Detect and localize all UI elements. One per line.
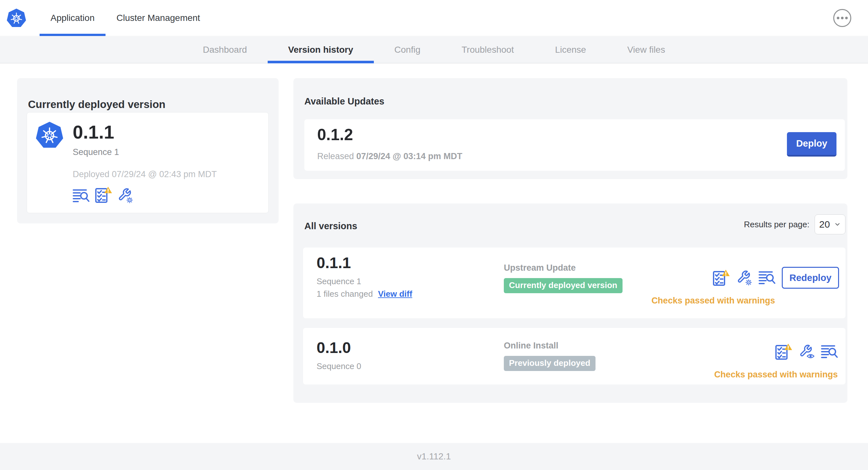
current-version-meta: 0.1.1 Sequence 1 Deployed 07/29/24 @ 02:…: [73, 121, 217, 213]
subtab-view-files-label: View files: [627, 45, 665, 55]
tab-application[interactable]: Application: [39, 0, 105, 36]
subtab-dashboard[interactable]: Dashboard: [182, 37, 268, 63]
top-navbar: Application Cluster Management: [0, 0, 868, 36]
results-per-page-value: 20: [819, 219, 830, 230]
admin-console-version: v1.112.1: [417, 451, 451, 462]
version-info: 0.1.1 Sequence 1 1 files changed View di…: [317, 255, 412, 299]
view-diff-link[interactable]: View diff: [378, 289, 412, 299]
version-source-block: Online Install Previously deployed: [504, 341, 595, 371]
currently-deployed-version-panel: 0.1.1 Sequence 1 Deployed 07/29/24 @ 02:…: [27, 112, 269, 213]
config-wrench-eye-icon[interactable]: [799, 344, 815, 360]
subtab-troubleshoot-label: Troubleshoot: [462, 45, 514, 55]
app-subnav: Dashboard Version history Config Trouble…: [0, 37, 868, 63]
current-version-actions: [73, 187, 217, 203]
preflight-checks-warning-icon[interactable]: [95, 187, 113, 203]
version-source-block: Upstream Update Currently deployed versi…: [504, 263, 623, 293]
kots-admin-console: Application Cluster Management Dashboard…: [0, 0, 868, 470]
page-footer: v1.112.1: [0, 443, 868, 470]
app-kubernetes-icon: [35, 121, 64, 149]
preflight-status-text: Checks passed with warnings: [714, 370, 838, 380]
subtab-dashboard-label: Dashboard: [203, 45, 247, 55]
released-label: Released: [317, 152, 354, 161]
diff-icon[interactable]: [758, 270, 775, 285]
preflight-checks-warning-icon[interactable]: [712, 269, 730, 286]
chevron-down-icon: [834, 221, 841, 228]
files-changed-count: 1 files changed: [317, 289, 373, 299]
current-version-deployed-timestamp: Deployed 07/29/24 @ 02:43 pm MDT: [73, 169, 217, 179]
tab-cluster-management-label: Cluster Management: [117, 13, 200, 23]
deploy-button[interactable]: Deploy: [787, 132, 836, 157]
subtab-config-label: Config: [395, 45, 421, 55]
row-version-number: 0.1.1: [317, 255, 412, 271]
update-row: 0.1.2 Released 07/29/24 @ 03:14 pm MDT D…: [304, 119, 845, 171]
overflow-menu-button[interactable]: [833, 9, 851, 27]
results-per-page-select[interactable]: 20: [815, 214, 845, 234]
diff-icon[interactable]: [821, 344, 838, 359]
current-version-sequence: Sequence 1: [73, 147, 217, 157]
available-updates-card: Available Updates 0.1.2 Released 07/29/2…: [293, 78, 847, 179]
row-version-sequence: Sequence 0: [317, 361, 361, 371]
row-files-line: 1 files changed View diff: [317, 289, 412, 299]
currently-deployed-badge: Currently deployed version: [504, 278, 623, 293]
currently-deployed-card: Currently deployed version 0.1.1 Sequenc…: [17, 78, 279, 224]
all-versions-title: All versions: [304, 221, 357, 231]
version-source-label: Upstream Update: [504, 263, 623, 273]
redeploy-button[interactable]: Redeploy: [782, 267, 839, 289]
ellipsis-icon: [837, 17, 839, 19]
config-wrench-gear-icon[interactable]: [737, 270, 752, 286]
diff-icon[interactable]: [73, 189, 89, 203]
update-released-line: Released 07/29/24 @ 03:14 pm MDT: [317, 152, 845, 161]
subtab-version-history-label: Version history: [288, 45, 353, 55]
tab-cluster-management[interactable]: Cluster Management: [105, 0, 211, 36]
released-timestamp: 07/29/24 @ 03:14 pm MDT: [356, 152, 462, 161]
previously-deployed-badge: Previously deployed: [504, 356, 595, 371]
update-version-number: 0.1.2: [317, 126, 845, 144]
version-source-label: Online Install: [504, 341, 595, 351]
preflight-checks-warning-icon[interactable]: [775, 343, 793, 360]
subtab-view-files[interactable]: View files: [607, 37, 686, 63]
version-row-actions: Redeploy: [712, 267, 839, 289]
version-row-0-1-1: 0.1.1 Sequence 1 1 files changed View di…: [303, 247, 845, 318]
results-per-page-label: Results per page:: [744, 220, 809, 230]
row-version-sequence: Sequence 1: [317, 276, 412, 287]
version-row-0-1-0: 0.1.0 Sequence 0 Online Install Previous…: [303, 328, 845, 384]
subtab-config[interactable]: Config: [374, 37, 441, 63]
top-nav-tabs: Application Cluster Management: [39, 0, 211, 36]
version-row-actions: [775, 343, 838, 360]
subtab-license-label: License: [555, 45, 586, 55]
row-version-number: 0.1.0: [317, 339, 361, 356]
available-updates-title: Available Updates: [304, 96, 384, 107]
subtab-license[interactable]: License: [534, 37, 607, 63]
version-info: 0.1.0 Sequence 0: [317, 339, 361, 371]
subtab-version-history[interactable]: Version history: [268, 37, 374, 63]
kubernetes-logo-icon: [6, 0, 26, 36]
config-wrench-gear-icon[interactable]: [118, 188, 133, 203]
currently-deployed-title: Currently deployed version: [28, 98, 165, 110]
results-per-page: Results per page: 20: [744, 214, 845, 234]
subtab-troubleshoot[interactable]: Troubleshoot: [441, 37, 534, 63]
tab-application-label: Application: [51, 13, 95, 23]
current-version-number: 0.1.1: [73, 122, 217, 142]
all-versions-card: All versions Results per page: 20 0.1.1 …: [293, 203, 847, 403]
preflight-status-text: Checks passed with warnings: [651, 296, 775, 306]
